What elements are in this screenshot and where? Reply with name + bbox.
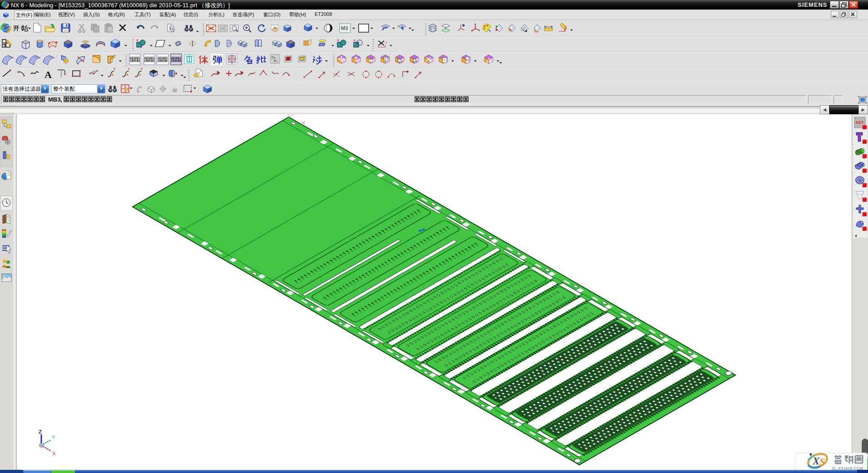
svg-text:Py: Py [274, 59, 277, 63]
svg-text:KEY: KEY [856, 120, 864, 125]
svg-text:X: X [52, 451, 56, 456]
svg-text:X: X [812, 455, 820, 467]
svg-text:x: x [488, 56, 490, 61]
svg-text:MB3: MB3 [48, 96, 60, 103]
svg-text:,: , [60, 96, 62, 103]
svg-text:x: x [385, 41, 387, 44]
svg-text:S: S [819, 456, 825, 468]
svg-text:M3: M3 [341, 25, 348, 31]
svg-text:A: A [44, 69, 52, 80]
svg-text:+: + [337, 38, 339, 43]
svg-text:+: + [136, 38, 138, 43]
svg-text:−: − [353, 38, 356, 43]
svg-text:Z: Z [39, 429, 42, 434]
svg-text:Y: Y [52, 434, 55, 440]
